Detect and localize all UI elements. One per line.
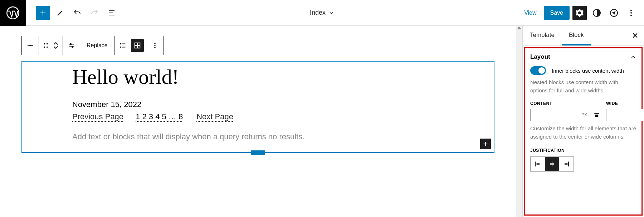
wordpress-logo[interactable] [0, 0, 26, 26]
block-more-options[interactable] [146, 36, 164, 55]
content-width-input[interactable] [530, 109, 590, 121]
layout-panel-title: Layout [530, 53, 550, 61]
chevron-up-icon [630, 54, 636, 60]
wide-width-input[interactable] [606, 109, 644, 121]
svg-point-11 [72, 46, 73, 48]
list-layout-button[interactable] [117, 39, 130, 52]
svg-point-12 [120, 44, 121, 44]
styles-button[interactable] [590, 6, 604, 20]
document-title-text: Index [310, 9, 326, 16]
svg-rect-27 [565, 163, 567, 164]
content-width-toggle[interactable] [530, 66, 546, 75]
settings-sidebar: Template Block ✕ Layout Inner blocks use… [522, 26, 644, 217]
display-settings-button[interactable] [63, 36, 80, 55]
svg-point-7 [44, 47, 45, 48]
content-width-label: CONTENT [530, 101, 600, 106]
justify-center-button[interactable] [545, 157, 559, 171]
page-numbers[interactable]: 1 2 3 4 5 … 8 [136, 112, 184, 121]
svg-rect-22 [535, 161, 536, 166]
wide-width-col: WIDE [606, 101, 644, 121]
scrollbar[interactable] [516, 26, 522, 217]
justification-group [530, 156, 574, 172]
replace-button[interactable]: Replace [80, 36, 114, 55]
toolbar-right: View Save [520, 6, 644, 20]
view-button[interactable]: View [520, 10, 541, 16]
undo-button[interactable] [70, 6, 84, 20]
layout-switch-group [114, 36, 146, 55]
editor-topbar: Index View Save [0, 0, 644, 26]
svg-rect-25 [550, 163, 554, 164]
svg-rect-18 [594, 113, 599, 114]
layout-panel: Layout Inner blocks use content width Ne… [524, 47, 643, 216]
tab-template[interactable]: Template [523, 26, 562, 45]
svg-point-17 [154, 47, 155, 48]
no-results-placeholder[interactable]: Add text or blocks that will display whe… [72, 132, 444, 141]
svg-point-9 [47, 47, 48, 48]
list-view-button[interactable] [104, 6, 119, 20]
pagination: Previous Page 1 2 3 4 5 … 8 Next Page [72, 112, 444, 121]
more-options-button[interactable] [624, 6, 638, 20]
svg-point-6 [44, 43, 45, 45]
previous-page-link[interactable]: Previous Page [72, 112, 123, 121]
redo-button[interactable] [87, 6, 102, 20]
close-sidebar-button[interactable]: ✕ [626, 31, 644, 40]
width-controls: CONTENT WIDE [530, 101, 636, 121]
toolbar-left [26, 6, 119, 20]
save-button[interactable]: Save [544, 6, 570, 20]
tab-block[interactable]: Block [562, 26, 591, 45]
block-inserter-button[interactable] [36, 6, 50, 20]
block-appender-button[interactable]: + [480, 139, 491, 149]
svg-point-5 [630, 15, 632, 16]
toggle-help-text: Nested blocks use content width with opt… [530, 78, 636, 95]
width-help-text: Customize the width for all elements tha… [530, 125, 636, 141]
query-loop-block[interactable]: Hello world! November 15, 2022 Previous … [21, 61, 494, 153]
content-width-toggle-label: Inner blocks use content width [552, 68, 624, 74]
svg-rect-23 [537, 163, 540, 164]
content-align-icon[interactable] [593, 111, 600, 119]
block-type-button[interactable] [22, 36, 39, 55]
block-toolbar: Replace [21, 36, 164, 55]
svg-point-3 [630, 10, 632, 11]
content-width-toggle-row: Inner blocks use content width [530, 66, 636, 75]
document-title[interactable]: Index [310, 9, 334, 16]
content-width-col: CONTENT [530, 101, 600, 121]
layout-panel-header[interactable]: Layout [530, 53, 636, 61]
resize-handle[interactable] [251, 150, 265, 155]
svg-point-10 [70, 44, 71, 45]
editor-main: Replace Hello world! November 15, 2022 P… [0, 26, 644, 217]
justification-label: JUSTIFICATION [530, 148, 636, 153]
settings-button[interactable] [572, 6, 587, 20]
svg-point-15 [154, 43, 155, 44]
sidebar-tabs: Template Block ✕ [523, 26, 644, 46]
post-title[interactable]: Hello world! [72, 65, 444, 89]
navigation-button[interactable] [607, 6, 621, 20]
svg-rect-19 [595, 115, 598, 117]
svg-point-16 [154, 45, 155, 46]
tools-button[interactable] [53, 6, 67, 20]
wide-width-label: WIDE [606, 101, 644, 106]
post-date[interactable]: November 15, 2022 [72, 100, 444, 109]
chevron-down-icon [328, 10, 334, 16]
svg-rect-26 [568, 161, 569, 166]
justify-right-button[interactable] [559, 157, 574, 171]
svg-point-13 [120, 47, 121, 48]
svg-point-4 [630, 12, 632, 14]
editor-canvas[interactable]: Replace Hello world! November 15, 2022 P… [0, 26, 516, 217]
replace-label: Replace [83, 42, 111, 49]
next-page-link[interactable]: Next Page [196, 112, 233, 121]
justify-left-button[interactable] [531, 157, 545, 171]
grid-layout-button[interactable] [131, 39, 144, 52]
drag-handle[interactable] [39, 36, 63, 55]
svg-point-8 [47, 43, 48, 45]
